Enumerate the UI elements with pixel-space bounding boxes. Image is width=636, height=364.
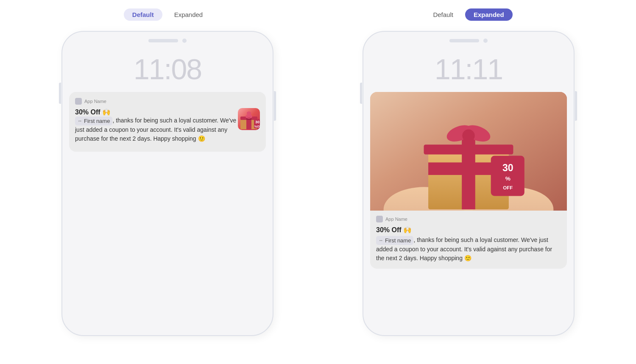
right-panel: Default Expanded 11:11	[333, 8, 604, 336]
right-app-name: App Name	[385, 217, 407, 222]
right-app-icon	[376, 216, 383, 222]
right-gift-large-svg: 30 % OFF	[370, 92, 567, 211]
left-panel: Default Expanded 11:08 App Name 30% Off …	[32, 8, 303, 336]
left-phone-time: 11:08	[134, 55, 201, 83]
right-notif-title: 30% Off 🙌	[376, 226, 561, 234]
right-phone-speaker	[449, 39, 479, 42]
svg-point-22	[462, 129, 475, 142]
left-notification-card: App Name 30% Off 🙌 ↔ First name , thanks…	[69, 92, 266, 152]
left-phone-top-bar	[62, 32, 273, 46]
left-notif-title: 30% Off 🙌	[75, 108, 238, 116]
right-notif-body: ↔ First name , thanks for being such a l…	[376, 236, 561, 263]
left-app-name: App Name	[84, 99, 106, 104]
main-container: Default Expanded 11:08 App Name 30% Off …	[17, 8, 619, 336]
left-notif-image: 30 %OFF	[238, 108, 260, 130]
right-phone-frame: 11:11	[363, 31, 575, 336]
left-notif-header: App Name	[75, 98, 260, 105]
left-phone-camera	[182, 39, 187, 43]
right-phone-top-bar	[363, 32, 574, 46]
right-arrow-icon: ↔	[379, 237, 383, 244]
svg-text:%OFF: %OFF	[254, 125, 260, 128]
svg-text:30: 30	[502, 162, 513, 173]
right-notif-large-image: 30 % OFF	[370, 92, 567, 211]
left-phone-content: App Name 30% Off 🙌 ↔ First name , thanks…	[62, 83, 273, 335]
left-notif-body: ↔ First name , thanks for being such a l…	[75, 116, 238, 143]
right-notification-card: 30 % OFF App Name 30% Off 🙌	[370, 92, 567, 269]
right-tab-expanded[interactable]: Expanded	[465, 8, 513, 21]
svg-text:%: %	[505, 175, 510, 182]
left-tab-expanded[interactable]: Expanded	[166, 8, 212, 21]
right-tab-default[interactable]: Default	[424, 8, 462, 21]
left-gift-svg: 30 %OFF	[238, 108, 260, 130]
right-phone-content: 30 % OFF App Name 30% Off 🙌	[363, 83, 574, 335]
left-tab-default[interactable]: Default	[124, 8, 162, 21]
svg-rect-16	[462, 151, 475, 209]
left-phone-speaker	[148, 39, 178, 42]
right-phone-camera	[483, 39, 488, 43]
right-tab-bar: Default Expanded	[424, 8, 512, 21]
left-arrow-icon: ↔	[78, 117, 82, 125]
right-notif-header: App Name	[376, 216, 561, 222]
right-firstname-tag: ↔ First name	[376, 236, 413, 245]
svg-text:30: 30	[255, 120, 259, 124]
right-phone-time: 11:11	[435, 55, 502, 83]
left-notif-title-row: 30% Off 🙌 ↔ First name , thanks for bein…	[75, 108, 260, 143]
svg-text:OFF: OFF	[503, 185, 513, 190]
left-app-icon	[75, 98, 82, 105]
left-tab-bar: Default Expanded	[124, 8, 211, 21]
left-phone-frame: 11:08 App Name 30% Off 🙌 ↔ Fi	[61, 31, 273, 336]
right-notif-expanded-body: App Name 30% Off 🙌 ↔ First name , thanks…	[370, 211, 567, 269]
left-firstname-tag: ↔ First name	[75, 117, 112, 126]
